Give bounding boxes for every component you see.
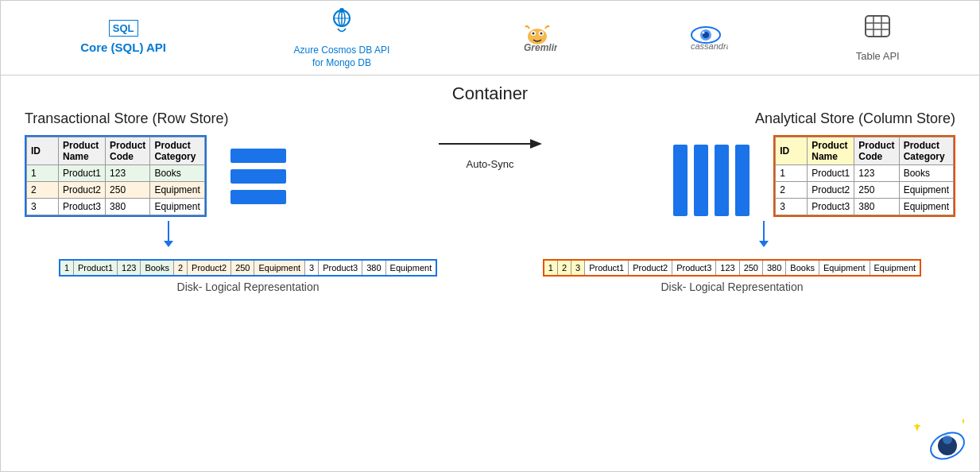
cell: 380 [106,199,150,215]
cell: 1 [776,165,808,182]
disk-cell: 123 [716,261,739,275]
cell: Equipment [899,182,953,199]
disk-cell: Product2 [188,261,231,275]
table-row: 1 Product1 123 Books [27,165,205,182]
sync-arrow-area: Auto-Sync [443,134,538,170]
sql-icon: SQL [109,20,138,37]
disk-cell: 1 [544,261,558,275]
th-product-category: ProductCategory [150,137,204,165]
svg-point-25 [943,435,952,444]
disk-cell: Product2 [629,261,672,275]
transactional-table: ID ProductName ProductCode ProductCatego… [26,137,205,215]
svg-marker-28 [963,419,965,424]
container-title: Container [9,83,971,104]
table-row: 1 Product1 123 Books [776,165,954,182]
h-bar-1 [230,149,286,163]
a-th-product-category: ProductCategory [899,137,953,165]
disk-cell: Equipment [254,261,305,275]
v-bar-2 [694,145,708,216]
cell: Product1 [808,165,854,182]
col-bars [673,137,750,216]
svg-marker-27 [913,424,921,428]
cell: 250 [106,182,150,199]
disk-cell: Equipment [819,261,870,275]
table-icon [862,12,893,47]
cell: 123 [854,165,899,182]
analytical-table-wrapper: ID ProductName ProductCode ProductCatego… [773,135,955,217]
h-bar-2 [230,169,286,184]
disk-cell: 3 [571,261,585,275]
table-row: 2 Product2 250 Equipment [27,182,205,199]
v-bar-4 [735,145,750,216]
disk-cell: Books [786,261,819,275]
analytical-store-section: Analytical Store (Column Store) ID Produ… [538,110,956,217]
row-bars [230,149,286,204]
cell: 123 [106,165,150,182]
gremlin-icon: Gremlin [517,21,557,56]
disk-cell: 380 [362,261,385,275]
transactional-title: Transactional Store (Row Store) [25,110,228,127]
cell: Equipment [150,182,204,199]
nav-item-mongo[interactable]: Azure Cosmos DB APIfor Mongo DB [294,6,390,69]
disk-cell: Equipment [870,261,920,275]
analytical-disk-row: 1 2 3 Product1 Product2 Product3 123 250… [543,259,921,277]
cell: Product3 [808,199,854,215]
analytical-title: Analytical Store (Column Store) [755,110,955,127]
disk-cell: 123 [118,261,141,275]
svg-point-9 [540,32,542,34]
cell: 2 [27,182,59,199]
nav-item-cassandra[interactable]: cassandra [684,21,728,56]
a-th-product-name: ProductName [808,137,854,165]
cell: 1 [27,165,59,182]
cell: 3 [776,199,808,215]
svg-point-3 [339,8,344,13]
svg-point-8 [532,32,534,34]
nav-item-gremlin[interactable]: Gremlin [517,21,557,56]
th-product-code: ProductCode [106,137,150,165]
table-row: 2 Product2 250 Equipment [776,182,954,199]
nav-item-sql[interactable]: SQL Core (SQL) API [80,20,166,56]
cell: Books [899,165,953,182]
transactional-disk-row: 1 Product1 123 Books 2 Product2 250 Equi… [59,259,437,277]
svg-text:cassandra: cassandra [691,41,728,51]
transactional-disk-section: 1 Product1 123 Books 2 Product2 250 Equi… [25,259,471,293]
svg-text:Gremlin: Gremlin [524,42,557,52]
a-th-product-code: ProductCode [854,137,899,165]
disk-cell: 2 [174,261,188,275]
cell: Equipment [899,199,953,215]
disk-cell: Product1 [74,261,118,275]
transactional-down-arrow [164,221,173,247]
mongo-icon [326,6,358,41]
cell: Product3 [59,199,106,215]
disk-cell: 380 [763,261,786,275]
analytical-disk-label: Disk- Logical Representation [660,280,803,293]
cell: Equipment [150,199,204,215]
v-bar-3 [715,145,729,216]
cell: Product2 [59,182,106,199]
transactional-disk-label: Disk- Logical Representation [177,280,320,293]
disk-cell: Product3 [672,261,716,275]
disk-cell: 1 [60,261,74,275]
analytical-table: ID ProductName ProductCode ProductCatego… [775,137,954,215]
disk-cell: 2 [558,261,571,275]
nav-label-mongo: Azure Cosmos DB APIfor Mongo DB [294,44,390,69]
cell: 380 [854,199,899,215]
cell: 2 [776,182,808,199]
disk-representations: 1 Product1 123 Books 2 Product2 250 Equi… [9,259,971,293]
nav-item-table[interactable]: Table API [856,12,900,64]
analytical-down-arrow [759,221,769,247]
sync-label: Auto-Sync [467,158,514,170]
main-content: Container Transactional Store (Row Store… [0,75,980,472]
disk-cell: Equipment [386,261,436,275]
decoration [908,416,971,463]
table-row: 3 Product3 380 Equipment [776,199,954,215]
cell: Books [150,165,204,182]
sync-arrow-svg [439,134,542,154]
disk-cell: Product3 [319,261,362,275]
v-bar-1 [673,145,688,216]
h-bar-3 [230,190,286,204]
disk-cell: Books [141,261,174,275]
disk-cell: Product1 [585,261,629,275]
disk-cell: 250 [740,261,763,275]
cell: Product2 [808,182,854,199]
